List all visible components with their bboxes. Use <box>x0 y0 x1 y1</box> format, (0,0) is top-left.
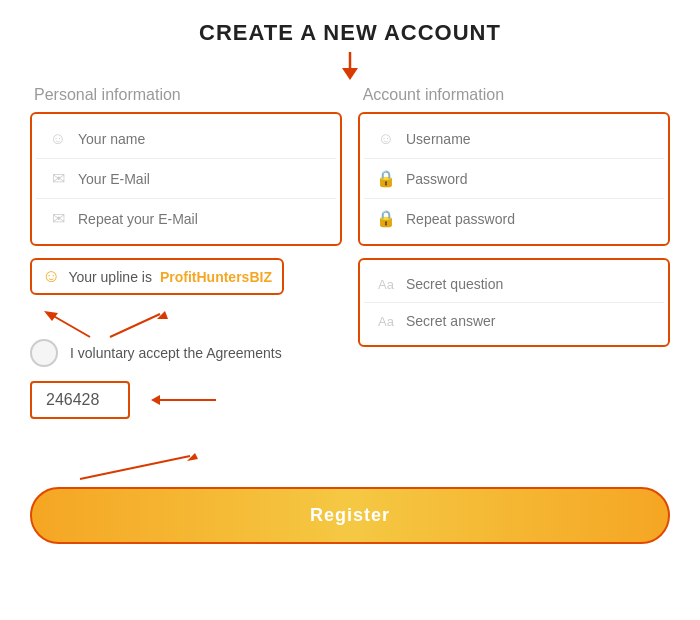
upline-name: ProfitHuntersBIZ <box>160 269 272 285</box>
captcha-arrow-icon <box>146 385 226 415</box>
name-field: ☺ <box>36 120 336 159</box>
captcha-value: 246428 <box>30 381 130 419</box>
repeat-email-field: ✉ <box>36 199 336 238</box>
left-arrows-svg <box>30 309 230 339</box>
account-section-header: Account information <box>363 86 666 104</box>
title-arrow-icon <box>30 52 670 80</box>
username-input[interactable] <box>406 131 652 147</box>
svg-marker-1 <box>342 68 358 80</box>
captcha-arrow-svg <box>146 385 226 415</box>
lower-section: ☺ Your upline is ProfitHuntersBIZ I volu… <box>30 258 670 439</box>
upline-label: Your upline is <box>68 269 152 285</box>
email-repeat-icon: ✉ <box>48 209 68 228</box>
register-arrow-svg <box>30 451 230 481</box>
person-icon: ☺ <box>48 130 68 148</box>
svg-line-4 <box>110 314 160 337</box>
account-column: ☺ 🔒 🔒 <box>358 112 670 246</box>
password-field: 🔒 <box>364 159 664 199</box>
email-field: ✉ <box>36 159 336 199</box>
personal-section-header: Personal information <box>34 86 337 104</box>
register-button[interactable]: Register <box>30 487 670 544</box>
lower-right: Aa Aa <box>358 258 670 439</box>
username-field: ☺ <box>364 120 664 159</box>
register-arrow-container <box>30 451 230 481</box>
secret-question-field: Aa <box>364 266 664 303</box>
email-input[interactable] <box>78 171 324 187</box>
agreement-label: I voluntary accept the Agreements <box>70 345 282 361</box>
page-wrapper: CREATE A NEW ACCOUNT Personal informatio… <box>30 20 670 544</box>
lower-left: ☺ Your upline is ProfitHuntersBIZ I volu… <box>30 258 342 439</box>
repeat-email-input[interactable] <box>78 211 324 227</box>
page-title: CREATE A NEW ACCOUNT <box>30 20 670 46</box>
password-input[interactable] <box>406 171 652 187</box>
svg-marker-7 <box>151 395 160 405</box>
repeat-password-input[interactable] <box>406 211 652 227</box>
username-icon: ☺ <box>376 130 396 148</box>
secret-answer-input[interactable] <box>406 313 652 329</box>
upline-icon: ☺ <box>42 266 60 287</box>
lock-repeat-icon: 🔒 <box>376 209 396 228</box>
section-headers: Personal information Account information <box>30 86 670 104</box>
captcha-row: 246428 <box>30 381 342 419</box>
email-icon: ✉ <box>48 169 68 188</box>
upline-row: ☺ Your upline is ProfitHuntersBIZ <box>30 258 284 295</box>
svg-line-8 <box>80 456 190 479</box>
secret-answer-field: Aa <box>364 303 664 339</box>
secret-question-input[interactable] <box>406 276 652 292</box>
secret-column: Aa Aa <box>358 258 670 347</box>
personal-column: ☺ ✉ ✉ <box>30 112 342 246</box>
secret-question-icon: Aa <box>376 277 396 292</box>
svg-marker-3 <box>44 311 58 321</box>
secret-answer-icon: Aa <box>376 314 396 329</box>
repeat-password-field: 🔒 <box>364 199 664 238</box>
register-section: Register <box>30 451 670 544</box>
name-input[interactable] <box>78 131 324 147</box>
form-container: ☺ ✉ ✉ ☺ 🔒 🔒 <box>30 112 670 246</box>
register-arrow-row <box>30 451 670 481</box>
lock-icon: 🔒 <box>376 169 396 188</box>
annotation-arrows-left <box>30 309 342 339</box>
agreement-checkbox[interactable] <box>30 339 58 367</box>
svg-line-2 <box>50 314 90 337</box>
checkbox-row: I voluntary accept the Agreements <box>30 339 342 367</box>
